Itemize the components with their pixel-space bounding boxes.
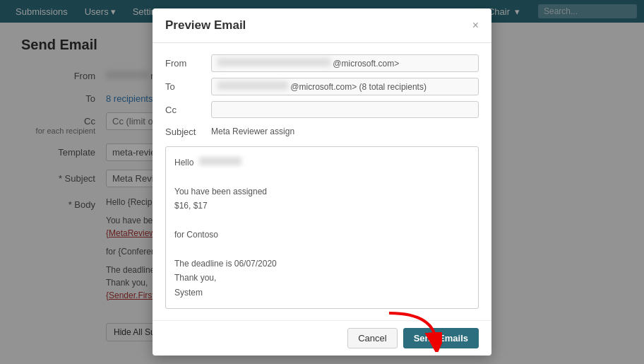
to-domain-modal: @microsoft.com> (8 total recipients) xyxy=(290,82,427,92)
modal-from-row: From @microsoft.com> xyxy=(165,54,479,72)
preview-email-modal: Preview Email × From @microsoft.com> To … xyxy=(153,8,491,356)
modal-subject-label: Subject xyxy=(165,127,211,137)
to-blur xyxy=(217,81,288,90)
modal-body: From @microsoft.com> To @microsoft.com> … xyxy=(153,43,491,320)
modal-cc-label: Cc xyxy=(165,105,211,115)
modal-header: Preview Email × xyxy=(153,8,491,43)
recipient-blur xyxy=(199,157,242,165)
modal-overlay: Preview Email × From @microsoft.com> To … xyxy=(0,0,644,356)
modal-footer: Cancel Send Emails xyxy=(153,320,491,356)
modal-from-label: From xyxy=(165,58,211,69)
cancel-button[interactable]: Cancel xyxy=(347,328,397,348)
email-body-preview: Hello You have been assigned $16, $17 fo… xyxy=(165,146,479,309)
modal-to-label: To xyxy=(165,81,211,92)
modal-body-line1: You have been assigned xyxy=(174,184,470,199)
send-emails-button[interactable]: Send Emails xyxy=(403,328,479,348)
from-blur xyxy=(217,58,330,66)
modal-cc-row: Cc xyxy=(165,101,479,118)
modal-subject-row: Subject Meta Reviewer assign xyxy=(165,124,479,139)
modal-body-line6: System xyxy=(174,286,470,300)
modal-body-line2: $16, $17 xyxy=(174,199,470,213)
modal-to-row: To @microsoft.com> (8 total recipients) xyxy=(165,78,479,95)
body-greeting: Hello xyxy=(174,155,470,170)
modal-to-field: @microsoft.com> (8 total recipients) xyxy=(211,78,479,95)
modal-body-line5: Thank you, xyxy=(174,271,470,285)
modal-subject-value: Meta Reviewer assign xyxy=(211,124,479,139)
modal-body-line4: The deadline is 06/07/2020 xyxy=(174,257,470,271)
modal-body-line3: for Contoso xyxy=(174,228,470,242)
modal-from-field: @microsoft.com> xyxy=(211,54,479,72)
modal-cc-field xyxy=(211,101,479,118)
from-domain-modal: @microsoft.com> xyxy=(333,59,399,69)
modal-close-button[interactable]: × xyxy=(472,20,479,31)
modal-title: Preview Email xyxy=(165,18,246,33)
